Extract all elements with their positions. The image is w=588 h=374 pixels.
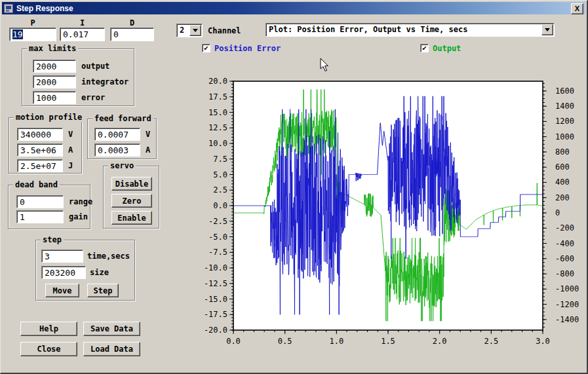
svg-text:2.5: 2.5 bbox=[484, 337, 498, 346]
svg-text:-12.5: -12.5 bbox=[204, 279, 227, 288]
step-size-input[interactable]: 203200 bbox=[41, 266, 86, 279]
position-error-checkbox[interactable]: ✔ bbox=[202, 44, 210, 52]
svg-text:-7.5: -7.5 bbox=[208, 248, 227, 257]
mouse-cursor-icon bbox=[320, 58, 329, 72]
close-button[interactable]: Close bbox=[20, 342, 77, 356]
velocity-label: V bbox=[68, 130, 73, 139]
help-button[interactable]: Help bbox=[20, 322, 77, 336]
channel-select[interactable]: 2 bbox=[176, 24, 203, 37]
svg-text:-20.0: -20.0 bbox=[204, 326, 227, 335]
svg-text:400: 400 bbox=[555, 178, 570, 187]
step-time-label: time,secs bbox=[87, 252, 130, 261]
plot-select-value: Plot: Position Error, Output vs Time, se… bbox=[269, 25, 467, 34]
svg-text:7.5: 7.5 bbox=[213, 155, 227, 164]
ff-velocity-input[interactable]: 0.0007 bbox=[94, 128, 140, 141]
plot-dropdown-button[interactable] bbox=[541, 24, 553, 35]
channel-dropdown-button[interactable] bbox=[189, 25, 201, 36]
feed-forward-title: feed forward bbox=[92, 114, 153, 123]
step-button[interactable]: Step bbox=[87, 284, 119, 297]
ff-accel-label: A bbox=[146, 145, 150, 155]
i-label: I bbox=[60, 18, 105, 28]
p-input[interactable]: 19 bbox=[9, 28, 56, 41]
p-label: P bbox=[9, 18, 56, 28]
max-limits-title: max limits bbox=[27, 44, 78, 53]
svg-text:-2.5: -2.5 bbox=[208, 217, 227, 226]
svg-text:17.5: 17.5 bbox=[208, 92, 227, 102]
zero-button[interactable]: Zero bbox=[111, 194, 152, 208]
svg-text:5.0: 5.0 bbox=[213, 170, 227, 179]
position-error-label: Position Error bbox=[214, 44, 281, 53]
title-bar[interactable]: Step Response X bbox=[2, 2, 585, 14]
accel-input[interactable]: 3.5e+06 bbox=[17, 143, 63, 157]
servo-group: servo Disable Zero Enable bbox=[103, 166, 159, 229]
disable-button[interactable]: Disable bbox=[111, 177, 152, 191]
svg-text:12.5: 12.5 bbox=[208, 123, 227, 132]
step-title: step bbox=[41, 235, 64, 244]
jerk-input[interactable]: 2.5e+07 bbox=[17, 159, 63, 172]
velocity-input[interactable]: 340000 bbox=[17, 128, 63, 141]
dead-band-group: dead band 0 range 1 gain bbox=[8, 185, 90, 229]
svg-text:600: 600 bbox=[555, 162, 570, 172]
move-button[interactable]: Move bbox=[45, 284, 79, 297]
svg-text:-400: -400 bbox=[555, 239, 574, 248]
step-response-window: Step Response X P I D 19 0.017 0 2 Chann… bbox=[0, 0, 588, 374]
step-size-label: size bbox=[90, 268, 109, 277]
servo-title: servo bbox=[108, 161, 136, 170]
gain-input[interactable]: 1 bbox=[16, 210, 64, 223]
output-label: Output bbox=[433, 44, 461, 53]
close-icon[interactable]: X bbox=[571, 3, 583, 14]
svg-text:1200: 1200 bbox=[555, 117, 574, 126]
svg-text:2.0: 2.0 bbox=[433, 337, 447, 346]
svg-text:3.0: 3.0 bbox=[536, 337, 550, 346]
range-input[interactable]: 0 bbox=[16, 195, 64, 208]
plot-select[interactable]: Plot: Position Error, Output vs Time, se… bbox=[265, 23, 555, 37]
svg-text:0.0: 0.0 bbox=[226, 337, 241, 346]
max-limits-group: max limits 2000 output 2000 integrator 1… bbox=[22, 48, 134, 106]
ff-accel-input[interactable]: 0.0003 bbox=[94, 143, 140, 157]
output-checkbox[interactable]: ✔ bbox=[420, 44, 429, 52]
svg-text:1600: 1600 bbox=[555, 86, 574, 96]
ff-velocity-label: V bbox=[146, 130, 150, 139]
window-title: Step Response bbox=[16, 4, 73, 13]
save-data-button[interactable]: Save Data bbox=[83, 322, 140, 336]
max-error-label: error bbox=[81, 93, 105, 102]
channel-value: 2 bbox=[180, 26, 184, 35]
max-output-input[interactable]: 2000 bbox=[33, 60, 76, 73]
step-time-input[interactable]: 3 bbox=[41, 250, 83, 263]
svg-text:1.0: 1.0 bbox=[329, 337, 343, 346]
svg-text:0.0: 0.0 bbox=[213, 201, 227, 210]
svg-text:20.0: 20.0 bbox=[208, 77, 227, 86]
feed-forward-group: feed forward 0.0007 V 0.0003 A bbox=[87, 119, 157, 159]
chevron-down-icon bbox=[193, 29, 198, 32]
load-data-button[interactable]: Load Data bbox=[83, 342, 140, 356]
svg-text:800: 800 bbox=[555, 147, 570, 157]
max-integrator-input[interactable]: 2000 bbox=[33, 75, 76, 88]
app-icon bbox=[4, 4, 13, 13]
svg-text:200: 200 bbox=[555, 193, 570, 202]
max-output-label: output bbox=[81, 62, 109, 71]
max-error-input[interactable]: 1000 bbox=[33, 91, 76, 104]
svg-text:-800: -800 bbox=[555, 269, 574, 278]
jerk-label: J bbox=[68, 161, 73, 170]
svg-text:15.0: 15.0 bbox=[208, 108, 227, 117]
d-input[interactable]: 0 bbox=[110, 28, 154, 41]
svg-text:-10.0: -10.0 bbox=[204, 263, 227, 272]
svg-text:-5.0: -5.0 bbox=[208, 233, 227, 242]
gain-label: gain bbox=[69, 212, 88, 221]
svg-text:1.5: 1.5 bbox=[381, 337, 395, 346]
svg-text:-1400: -1400 bbox=[555, 315, 579, 324]
svg-text:-17.5: -17.5 bbox=[204, 310, 227, 319]
svg-text:2.5: 2.5 bbox=[213, 185, 227, 195]
step-group: step 3 time,secs 203200 size Move Step bbox=[35, 240, 135, 301]
channel-label: Channel bbox=[208, 26, 241, 35]
svg-text:1000: 1000 bbox=[555, 132, 574, 141]
d-label: D bbox=[110, 18, 154, 28]
dead-band-title: dead band bbox=[13, 180, 60, 189]
i-input[interactable]: 0.017 bbox=[60, 28, 105, 41]
accel-label: A bbox=[68, 145, 73, 155]
range-label: range bbox=[69, 197, 92, 206]
enable-button[interactable]: Enable bbox=[111, 211, 152, 225]
svg-text:-200: -200 bbox=[555, 223, 574, 233]
svg-text:1400: 1400 bbox=[555, 102, 574, 111]
svg-text:-1200: -1200 bbox=[555, 300, 579, 309]
